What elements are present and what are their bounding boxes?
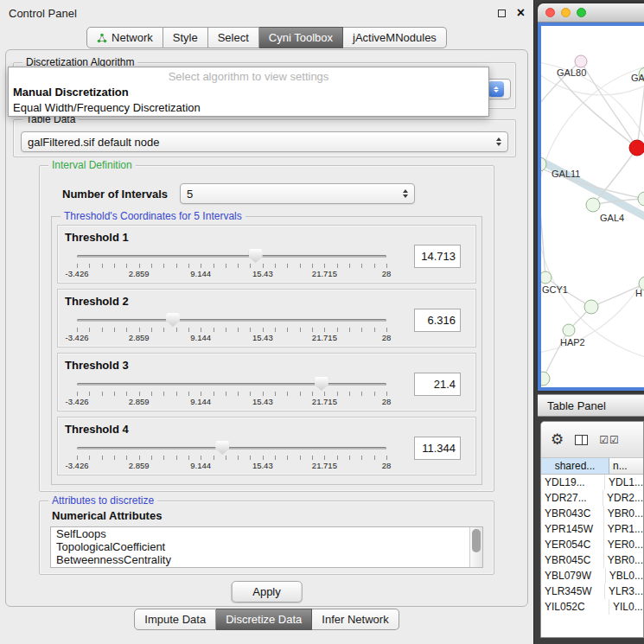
slider-thumb[interactable] (315, 377, 328, 391)
table-data-combo[interactable]: galFiltered.sif default node (21, 131, 508, 152)
cell[interactable]: YBL0... (606, 568, 643, 583)
table-row[interactable]: YBR045CYBR0... (541, 552, 643, 568)
tab-network[interactable]: Network (86, 27, 163, 48)
threshold-slider[interactable] (77, 440, 386, 455)
threshold-slider[interactable] (77, 376, 386, 391)
numerical-attributes-label: Numerical Attributes (52, 509, 162, 522)
threshold-value-field[interactable]: 14.713 (414, 245, 461, 268)
popup-placeholder: Select algorithm to view settings (9, 68, 488, 85)
cell[interactable]: YPR145W (541, 521, 604, 537)
tick-label: 15.43 (252, 397, 273, 406)
close-traffic-light-icon[interactable] (545, 8, 555, 17)
list-item[interactable]: BetweennessCentrality (51, 553, 482, 566)
group-title: Interval Definition (48, 159, 136, 171)
node-label[interactable]: GAL80 (557, 67, 586, 78)
minimize-traffic-light-icon[interactable] (561, 8, 571, 17)
selected-network-node[interactable] (629, 140, 644, 156)
network-icon (97, 33, 107, 43)
scrollbar-thumb[interactable] (472, 529, 481, 552)
cell[interactable]: YBR043C (541, 506, 604, 521)
threshold-panel: Threshold 1 -3.426 2.859 9.144 15.43 (57, 225, 476, 284)
tab-discretize-data[interactable]: Discretize Data (216, 609, 312, 630)
cell[interactable]: YBR0... (604, 506, 643, 521)
network-node[interactable] (541, 372, 550, 386)
table-row[interactable]: YIL052CYIL0... (541, 599, 643, 615)
tick-label: 15.43 (252, 461, 273, 470)
node-label[interactable]: GAL4 (600, 213, 624, 223)
table-row[interactable]: YBR043CYBR0... (541, 506, 643, 521)
threshold-slider[interactable] (77, 312, 386, 327)
table-row[interactable]: YBL079WYBL0... (541, 568, 643, 583)
threshold-value-field[interactable]: 11.344 (414, 437, 461, 460)
table-row[interactable]: YDR27...YDR2... (541, 490, 643, 506)
list-item[interactable]: TopologicalCoefficient (51, 540, 482, 553)
group-title: Threshold's Coordinates for 5 Intervals (61, 210, 245, 222)
slider-track (77, 447, 386, 450)
number-of-intervals-combo[interactable]: 5 (180, 183, 415, 204)
cell[interactable]: YDR2... (603, 490, 643, 506)
tab-jactivemnodules[interactable]: jActiveMNodules (343, 27, 447, 48)
tab-label: Cyni Toolbox (269, 31, 333, 44)
cell[interactable]: YIL0... (609, 599, 643, 615)
network-node[interactable] (638, 192, 644, 206)
popup-option-equal-width-frequency[interactable]: Equal Width/Frequency Discretization (9, 100, 488, 116)
list-item[interactable]: SelfLoops (51, 527, 482, 540)
node-label[interactable]: H (635, 288, 642, 298)
network-node[interactable] (563, 324, 575, 336)
tab-impute-data[interactable]: Impute Data (134, 609, 216, 630)
node-label[interactable]: GA (631, 73, 644, 83)
table-row[interactable]: YPR145WYPR1... (541, 521, 643, 537)
cell[interactable]: YBR045C (541, 552, 604, 568)
network-node[interactable] (575, 55, 587, 67)
cell[interactable]: YPR1... (604, 521, 643, 537)
cell[interactable]: YDL19... (541, 475, 605, 490)
scrollbar[interactable] (469, 527, 482, 567)
combo-stepper-icon[interactable] (488, 81, 504, 97)
control-panel-titlebar: Control Panel × (0, 0, 533, 26)
threshold-value-field[interactable]: 21.4 (414, 373, 461, 396)
table-row[interactable]: YER054CYER0... (541, 537, 643, 552)
node-label[interactable]: GAL11 (552, 169, 580, 179)
attributes-list[interactable]: SelfLoops TopologicalCoefficient Between… (50, 526, 483, 568)
column-header-shared-name[interactable]: shared... (541, 458, 609, 474)
node-label[interactable]: GCY1 (542, 284, 568, 295)
tab-style[interactable]: Style (163, 27, 208, 48)
cell[interactable]: YDL1... (605, 475, 643, 490)
threshold-slider[interactable] (77, 248, 386, 263)
slider-thumb[interactable] (215, 441, 229, 455)
tab-cyni-toolbox[interactable]: Cyni Toolbox (259, 27, 343, 48)
tab-infer-network[interactable]: Infer Network (312, 609, 399, 630)
cell[interactable]: YDR27... (541, 490, 603, 506)
checkbox-icons[interactable]: ☑☑ (599, 434, 620, 446)
window-title: Control Panel (9, 7, 77, 20)
column-header-name[interactable]: n... (609, 458, 643, 474)
cell[interactable]: YBR0... (604, 552, 643, 568)
slider-thumb[interactable] (166, 313, 180, 327)
node-label[interactable]: HAP2 (560, 337, 585, 348)
threshold-value-field[interactable]: 6.316 (414, 309, 461, 332)
zoom-traffic-light-icon[interactable] (577, 8, 586, 17)
columns-icon[interactable] (575, 435, 588, 445)
close-icon[interactable]: × (517, 6, 525, 20)
float-window-icon[interactable] (498, 10, 506, 17)
table-row[interactable]: YDL19...YDL1... (541, 475, 643, 490)
cell[interactable]: YLR345W (541, 583, 605, 599)
cell[interactable]: YIL052C (541, 599, 609, 615)
network-canvas[interactable]: GAL80 GA GAL11 GAL4 GCY1 H HAP2 (541, 26, 644, 387)
cell[interactable]: YLR3... (605, 583, 643, 599)
tab-label: Infer Network (322, 613, 388, 626)
gear-icon[interactable]: ⚙ (551, 432, 564, 447)
tab-select[interactable]: Select (208, 27, 259, 48)
network-node[interactable] (586, 198, 600, 212)
table-panel-titlebar: Table Panel (538, 394, 644, 417)
slider-thumb[interactable] (249, 249, 263, 263)
cell[interactable]: YER0... (604, 537, 643, 552)
cell[interactable]: YER054C (541, 537, 604, 552)
cell[interactable]: YBL079W (541, 568, 606, 583)
table-row[interactable]: YLR345WYLR3... (541, 583, 643, 599)
tick-label: 9.144 (190, 269, 211, 278)
network-node[interactable] (584, 300, 598, 314)
apply-button[interactable]: Apply (231, 581, 303, 603)
popup-option-manual-discretization[interactable]: Manual Discretization (9, 85, 488, 100)
network-node[interactable] (541, 271, 552, 284)
